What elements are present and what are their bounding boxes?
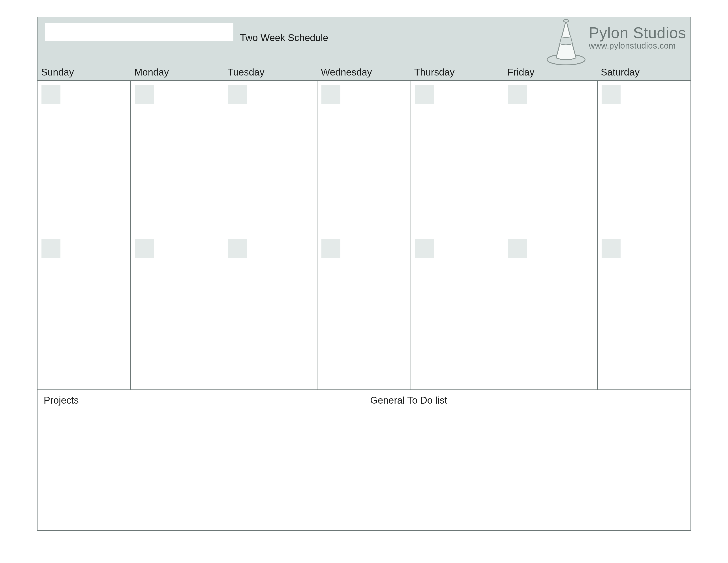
day-cell[interactable] (224, 235, 317, 390)
schedule-title-input[interactable] (45, 23, 233, 41)
date-input[interactable] (228, 85, 247, 104)
date-input[interactable] (508, 239, 527, 258)
cone-icon (545, 16, 587, 67)
day-cell[interactable] (224, 80, 317, 235)
date-input[interactable] (508, 85, 527, 104)
date-input[interactable] (41, 85, 60, 104)
date-input[interactable] (135, 85, 154, 104)
day-cell[interactable] (411, 80, 504, 235)
date-input[interactable] (321, 239, 340, 258)
day-cell[interactable] (598, 80, 691, 235)
weekday-label: Wednesday (317, 67, 411, 78)
day-cell[interactable] (131, 80, 224, 235)
day-cell[interactable] (131, 235, 224, 390)
date-input[interactable] (228, 239, 247, 258)
date-input[interactable] (602, 239, 621, 258)
schedule-sheet: Two Week Schedule Pylon Studios www.pylo… (37, 17, 691, 531)
date-input[interactable] (41, 239, 60, 258)
brand-url: www.pylonstudios.com (589, 41, 686, 51)
schedule-title-label: Two Week Schedule (240, 32, 328, 43)
brand-name: Pylon Studios (589, 25, 686, 41)
day-cell[interactable] (317, 235, 411, 390)
footer-panel: Projects General To Do list (37, 390, 691, 531)
date-input[interactable] (602, 85, 621, 104)
svg-point-1 (563, 19, 569, 22)
weekday-label: Sunday (38, 67, 131, 78)
brand-logo: Pylon Studios www.pylonstudios.com (545, 16, 686, 67)
projects-panel[interactable]: Projects (38, 390, 364, 530)
weekday-header-row: Sunday Monday Tuesday Wednesday Thursday… (38, 67, 690, 78)
day-cell[interactable] (504, 235, 598, 390)
day-cell[interactable] (317, 80, 411, 235)
header-bar: Two Week Schedule Pylon Studios www.pylo… (37, 17, 691, 80)
projects-label: Projects (44, 395, 358, 406)
calendar-grid (37, 80, 691, 390)
day-cell[interactable] (504, 80, 598, 235)
weekday-label: Thursday (411, 67, 504, 78)
todo-panel[interactable]: General To Do list (364, 390, 690, 530)
weekday-label: Monday (131, 67, 224, 78)
day-cell[interactable] (38, 80, 131, 235)
date-input[interactable] (415, 239, 434, 258)
day-cell[interactable] (598, 235, 691, 390)
day-cell[interactable] (411, 235, 504, 390)
day-cell[interactable] (38, 235, 131, 390)
date-input[interactable] (415, 85, 434, 104)
weekday-label: Saturday (597, 67, 690, 78)
date-input[interactable] (135, 239, 154, 258)
todo-label: General To Do list (370, 395, 684, 406)
date-input[interactable] (321, 85, 340, 104)
weekday-label: Friday (504, 67, 597, 78)
weekday-label: Tuesday (224, 67, 317, 78)
